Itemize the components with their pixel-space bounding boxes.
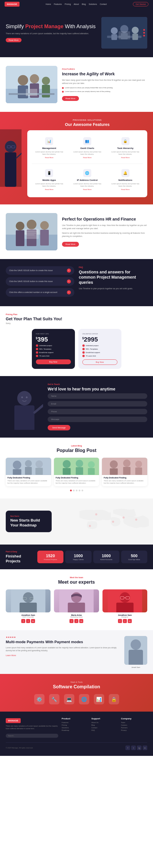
footer-link-1-3[interactable]: Solutions — [62, 727, 88, 728]
pricing-card-pro: FOR FIRST 10% $395 Unlimited project 500… — [32, 329, 75, 369]
blog-card-title-3: Fully Dedicated Finding — [104, 477, 146, 479]
blog-dot-2[interactable] — [73, 490, 75, 491]
agility-cta-button[interactable]: Read More — [62, 96, 79, 101]
hero-section: Simplify Project Manage With Analysis Th… — [0, 8, 153, 57]
pricing-feature-pro-2: 500+ Templates — [36, 348, 71, 350]
sw-icon-2: 🔧 — [49, 694, 60, 704]
team-social-twitter-2[interactable]: t — [74, 619, 78, 623]
mobile-icon: 📱 — [45, 169, 53, 177]
footer-about-col: MANAGE There are many variations of Lore… — [6, 717, 58, 738]
footer-link-3-2[interactable]: Careers — [121, 724, 147, 726]
team-person-svg-3 — [103, 589, 147, 612]
contact-email-input[interactable] — [48, 401, 147, 407]
payment-learn-more-link[interactable]: Learn More — [6, 654, 16, 656]
feature-gantt-name: Gantt Charts — [72, 147, 103, 150]
feature-ip-desc: Lorem ipsum dummy text printer has been … — [72, 183, 103, 187]
nav-link-pricing[interactable]: Pricing — [65, 3, 71, 5]
blog-dot-1[interactable] — [70, 490, 72, 491]
nav-link-contact[interactable]: Contact — [100, 3, 107, 5]
blog-dot-5[interactable] — [81, 490, 83, 491]
footer-link-3-1[interactable]: Team — [121, 722, 147, 723]
team-photo-2 — [54, 589, 99, 612]
nav-cta-button[interactable]: Get Started — [133, 2, 148, 6]
nav-link-solutions[interactable]: Solutions — [89, 3, 97, 5]
faq-question-2[interactable]: Click the SAVE ISSUE button to create th… — [6, 277, 74, 286]
faq-toggle-1[interactable]: + — [67, 269, 71, 273]
svg-rect-86 — [128, 650, 143, 665]
footer-link-2-2[interactable]: Blog — [91, 724, 117, 726]
feature-hierarchy-link[interactable]: Read More — [110, 157, 140, 158]
team-social-facebook-1[interactable]: f — [21, 619, 25, 623]
faq-subtitle: Use Timeline to plan projects together a… — [79, 287, 148, 290]
footer-social-facebook[interactable]: f — [125, 746, 130, 750]
contact-name-input[interactable] — [48, 393, 147, 399]
pricing-feature-text-pro-2: 500+ Templates — [39, 348, 51, 350]
team-social-linkedin-1[interactable]: in — [31, 619, 35, 623]
footer-social-twitter[interactable]: t — [131, 746, 136, 750]
faq-question-2-text: Click the SAVE ISSUE button to create th… — [9, 280, 53, 282]
faq-toggle-2[interactable]: + — [67, 279, 71, 283]
faq-question-1[interactable]: Click the SAVE ISSUE button to create th… — [6, 266, 74, 275]
operations-cta-button[interactable]: Read More — [62, 242, 79, 247]
team-role-3: Designer — [103, 616, 147, 618]
nav-link-about[interactable]: About — [74, 3, 79, 5]
footer-social-instagram[interactable]: ig — [137, 746, 142, 750]
svg-point-11 — [18, 75, 28, 85]
feature-ip-name: IP Address Control — [72, 179, 103, 181]
footer-link-2-4[interactable]: FAQ — [91, 730, 117, 731]
svg-rect-62 — [123, 467, 130, 475]
team-social-linkedin-2[interactable]: in — [79, 619, 83, 623]
svg-point-6 — [132, 27, 139, 34]
svg-rect-64 — [136, 467, 142, 475]
pricing-feature-text-ul-1: Unlimited project — [86, 345, 99, 346]
hero-cta-button[interactable]: Read More — [6, 38, 22, 42]
team-title: Meet our experts — [6, 580, 147, 585]
footer-link-2-3[interactable]: Contact — [91, 727, 117, 728]
nav-link-features[interactable]: Features — [54, 3, 62, 5]
blog-img-svg-1 — [6, 458, 51, 475]
team-social-linkedin-3[interactable]: in — [128, 619, 132, 623]
blog-dot-4[interactable] — [79, 490, 80, 491]
hero-image — [101, 17, 147, 49]
contact-submit-button[interactable]: Send Message — [48, 425, 70, 430]
blog-dot-3[interactable] — [76, 490, 77, 491]
team-social-twitter-1[interactable]: t — [26, 619, 30, 623]
pricing-buy-pro-button[interactable]: Buy Now — [36, 360, 71, 364]
footer-link-3-4[interactable]: Privacy — [121, 730, 147, 731]
team-person-svg-1 — [6, 589, 50, 612]
footer-social-linkedin[interactable]: in — [143, 746, 147, 750]
feature-mobile-link[interactable]: Read More — [34, 189, 64, 190]
footer-link-1-1[interactable]: Features — [62, 722, 88, 723]
team-social-facebook-3[interactable]: f — [118, 619, 122, 623]
feature-ip: 🌐 IP Address Control Lorem ipsum dummy t… — [70, 167, 105, 193]
svg-point-28 — [16, 222, 25, 230]
svg-point-32 — [40, 221, 49, 230]
contact-form: Get In Touch We'd love to hear from you … — [48, 383, 147, 430]
team-tag: Meet the team — [6, 577, 147, 579]
nav-link-home[interactable]: Home — [46, 3, 51, 5]
contact-phone-input[interactable] — [48, 409, 147, 414]
feature-management-link[interactable]: Read More — [34, 157, 64, 158]
feature-gantt-link[interactable]: Read More — [72, 157, 103, 158]
feature-ip-link[interactable]: Read More — [72, 189, 103, 190]
footer-link-1-2[interactable]: Pricing — [62, 724, 88, 726]
team-socials-2: f t in — [54, 619, 99, 623]
team-social-twitter-3[interactable]: t — [123, 619, 127, 623]
pricing-buy-unlimited-button[interactable]: Buy Now — [82, 360, 117, 365]
team-social-facebook-2[interactable]: f — [70, 619, 74, 623]
blog-pagination[interactable] — [6, 490, 147, 491]
svg-rect-48 — [25, 467, 32, 475]
footer-link-1-4[interactable]: Roadmap — [62, 730, 88, 731]
contact-message-input[interactable] — [48, 416, 147, 422]
faq-toggle-3[interactable]: + — [67, 290, 71, 294]
agility-description: We have many good results light the time… — [62, 79, 147, 85]
feature-notif-link[interactable]: Read More — [110, 189, 140, 190]
blog-image-1 — [6, 458, 51, 475]
nav-link-blog[interactable]: Blog — [82, 3, 86, 5]
footer-search-input[interactable] — [6, 734, 58, 738]
footer-link-3-3[interactable]: Partners — [121, 727, 147, 728]
footer-col-3: Company Team Careers Partners Privacy — [121, 717, 147, 738]
footer-link-2-1[interactable]: About Us — [91, 722, 117, 723]
hero-description: There are many variations of Lorem ipsum… — [6, 32, 97, 35]
faq-question-3[interactable]: Click this offers a selected number or a… — [6, 288, 74, 297]
